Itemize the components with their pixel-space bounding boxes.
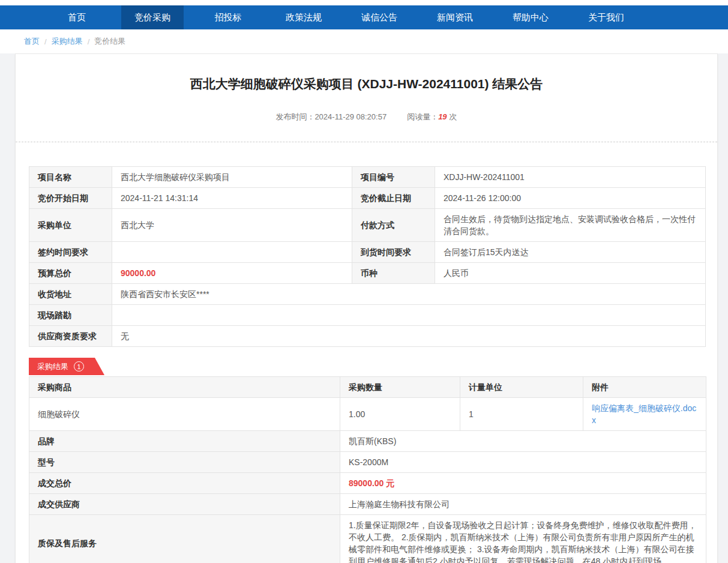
views-count: 19 <box>438 112 447 121</box>
breadcrumb: 首页 / 采购结果 / 竞价结果 <box>0 29 728 53</box>
table-row: 成交供应商 上海瀚庭生物科技有限公司 <box>29 494 706 515</box>
nav-item-tender[interactable]: 招投标 <box>197 5 259 29</box>
budget-total-price: 90000.00 <box>112 263 352 284</box>
badge-label: 采购结果 <box>37 361 68 372</box>
publish-time-value: 2024-11-29 08:20:57 <box>314 112 387 121</box>
column-header-goods: 采购商品 <box>29 377 340 398</box>
nav-item-news[interactable]: 新闻资讯 <box>424 5 486 29</box>
table-row: 采购单位 西北大学 付款方式 合同生效后，待货物到达指定地点、安装调试验收合格后… <box>29 209 706 242</box>
field-value <box>112 305 706 326</box>
breadcrumb-home[interactable]: 首页 <box>24 36 40 47</box>
table-row: 竞价开始日期 2024-11-21 14:31:14 竞价截止日期 2024-1… <box>29 188 706 209</box>
main-navigation: 首页 竞价采购 招投标 政策法规 诚信公告 新闻资讯 帮助中心 关于我们 <box>0 5 728 29</box>
procurement-result-badge: 采购结果 1 <box>29 358 104 375</box>
field-label: 到货时间要求 <box>352 242 435 263</box>
field-label: 项目编号 <box>352 167 435 188</box>
field-label: 成交总价 <box>29 473 340 494</box>
table-row: 成交总价 89000.00 元 <box>29 473 706 494</box>
model-value: KS-2000M <box>340 452 706 473</box>
breadcrumb-current-bidding-results: 竞价结果 <box>94 36 125 47</box>
views-label: 阅读量： <box>407 112 438 121</box>
field-value: 合同签订后15天内送达 <box>435 242 706 263</box>
field-value: 合同生效后，待货物到达指定地点、安装调试验收合格后，一次性付清合同货款。 <box>435 209 706 242</box>
table-row: 型号 KS-2000M <box>29 452 706 473</box>
nav-item-bidding-purchase[interactable]: 竞价采购 <box>121 5 184 29</box>
publish-time-label: 发布时间： <box>275 112 314 121</box>
page-title: 西北大学细胞破碎仪采购项目 (XDJJ-HW-202411001) 结果公告 <box>16 76 717 92</box>
field-value: 无 <box>112 326 706 347</box>
field-label: 型号 <box>29 452 340 473</box>
field-label: 竞价开始日期 <box>29 188 112 209</box>
field-label: 竞价截止日期 <box>352 188 435 209</box>
procurement-result-table: 采购商品 采购数量 计量单位 附件 细胞破碎仪 1.00 1 响应偏离表_细胞破… <box>29 376 706 563</box>
announcement-card: 西北大学细胞破碎仪采购项目 (XDJJ-HW-202411001) 结果公告 发… <box>15 53 718 563</box>
warranty-service-value: 1.质量保证期限2年，自设备现场验收之日起计算；设备终身免费维护，维修仅收取配件… <box>340 515 706 563</box>
goods-name: 细胞破碎仪 <box>29 398 340 431</box>
brand-value: 凯百斯(KBS) <box>340 431 706 452</box>
procurement-result-section: 采购结果 1 采购商品 采购数量 计量单位 附件 细胞破碎仪 1.00 1 响应… <box>29 358 705 563</box>
field-value: 2024-11-26 12:00:00 <box>435 188 706 209</box>
card-content: 项目名称 西北大学细胞破碎仪采购项目 项目编号 XDJJ-HW-20241100… <box>16 142 717 563</box>
table-row: 质保及售后服务 1.质量保证期限2年，自设备现场验收之日起计算；设备终身免费维护… <box>29 515 706 563</box>
column-header-unit: 计量单位 <box>460 377 583 398</box>
field-label: 付款方式 <box>352 209 435 242</box>
field-label: 质保及售后服务 <box>29 515 340 563</box>
goods-unit: 1 <box>460 398 583 431</box>
field-value: 陕西省西安市长安区**** <box>112 284 706 305</box>
field-value: 西北大学细胞破碎仪采购项目 <box>112 167 352 188</box>
field-label: 预算总价 <box>29 263 112 284</box>
table-row: 项目名称 西北大学细胞破碎仪采购项目 项目编号 XDJJ-HW-20241100… <box>29 167 706 188</box>
article-meta: 发布时间：2024-11-29 08:20:57阅读量：19次 <box>16 112 717 122</box>
field-label: 签约时间要求 <box>29 242 112 263</box>
field-value: 2024-11-21 14:31:14 <box>112 188 352 209</box>
field-value: 人民币 <box>435 263 706 284</box>
deal-total-price: 89000.00 元 <box>340 473 706 494</box>
nav-item-policy[interactable]: 政策法规 <box>272 5 335 29</box>
field-label: 现场踏勘 <box>29 305 112 326</box>
views-unit: 次 <box>450 112 457 121</box>
attachment-link[interactable]: 响应偏离表_细胞破碎仪.docx <box>592 403 696 425</box>
breadcrumb-separator: / <box>88 37 90 46</box>
table-row: 细胞破碎仪 1.00 1 响应偏离表_细胞破碎仪.docx <box>29 398 706 431</box>
field-label: 品牌 <box>29 431 340 452</box>
table-row: 品牌 凯百斯(KBS) <box>29 431 706 452</box>
column-header-quantity: 采购数量 <box>340 377 460 398</box>
field-label: 供应商资质要求 <box>29 326 112 347</box>
nav-item-about-us[interactable]: 关于我们 <box>575 5 637 29</box>
field-label: 收货地址 <box>29 284 112 305</box>
field-label: 项目名称 <box>29 167 112 188</box>
field-label: 币种 <box>352 263 435 284</box>
field-value <box>112 242 352 263</box>
project-info-table: 项目名称 西北大学细胞破碎仪采购项目 项目编号 XDJJ-HW-20241100… <box>29 166 706 347</box>
table-row: 收货地址 陕西省西安市长安区**** <box>29 284 706 305</box>
table-header-row: 采购商品 采购数量 计量单位 附件 <box>29 377 706 398</box>
badge-count: 1 <box>74 361 84 372</box>
nav-item-home[interactable]: 首页 <box>46 5 108 29</box>
breadcrumb-procurement-results[interactable]: 采购结果 <box>52 36 83 47</box>
breadcrumb-separator: / <box>44 37 47 46</box>
table-row: 签约时间要求 到货时间要求 合同签订后15天内送达 <box>29 242 706 263</box>
goods-quantity: 1.00 <box>340 398 460 431</box>
column-header-attachment: 附件 <box>583 377 706 398</box>
winning-supplier-value: 上海瀚庭生物科技有限公司 <box>340 494 706 515</box>
nav-item-integrity-notice[interactable]: 诚信公告 <box>348 5 411 29</box>
field-label: 采购单位 <box>29 209 112 242</box>
field-label: 成交供应商 <box>29 494 340 515</box>
field-value: 西北大学 <box>112 209 352 242</box>
table-row: 供应商资质要求 无 <box>29 326 706 347</box>
nav-item-help-center[interactable]: 帮助中心 <box>499 5 562 29</box>
top-strip <box>0 0 728 5</box>
table-row: 预算总价 90000.00 币种 人民币 <box>29 263 706 284</box>
field-value: XDJJ-HW-202411001 <box>435 167 706 188</box>
table-row: 现场踏勘 <box>29 305 706 326</box>
